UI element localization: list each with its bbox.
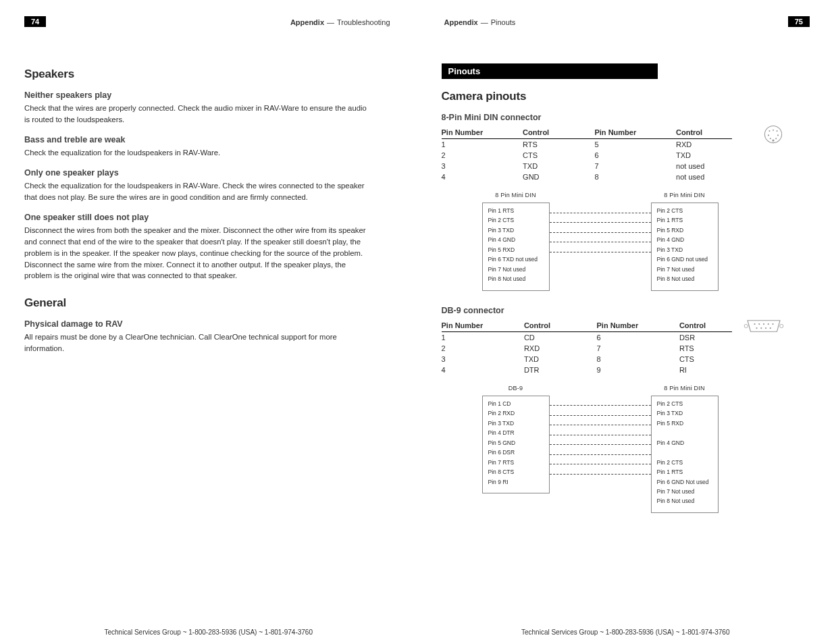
wiring-pin-label: Pin 1 CD — [488, 400, 544, 408]
heading-speakers: Speakers — [24, 68, 393, 81]
wiring-pin-label: Pin 7 Not used — [488, 266, 544, 273]
wiring-title-right: 8 Pin Mini DIN — [651, 192, 719, 198]
svg-point-10 — [758, 323, 760, 325]
page-number-right: 75 — [788, 16, 810, 27]
section-tab-pinouts: Pinouts — [442, 63, 658, 79]
subhead-damage: Physical damage to RAV — [24, 319, 393, 329]
para-damage: All repairs must be done by a ClearOne t… — [24, 331, 369, 354]
wiring-pin-label: Pin 5 GND — [488, 439, 544, 447]
wiring-title-left: DB-9 — [482, 385, 550, 392]
wiring-pin-label: Pin 8 CTS — [488, 468, 544, 476]
svg-point-16 — [765, 327, 766, 329]
svg-point-11 — [763, 323, 764, 325]
running-head-left: Appendix—Troubleshooting — [290, 18, 390, 26]
wiring-pin-label: Pin 7 Not used — [657, 266, 712, 273]
wiring-title-left: 8 Pin Mini DIN — [482, 192, 550, 198]
svg-point-17 — [770, 327, 771, 329]
wiring-pin-label: Pin 6 TXD not used — [488, 256, 544, 263]
page-left: 74 Appendix—Troubleshooting Speakers Nei… — [0, 0, 417, 644]
table-row: 1CD6DSR — [442, 331, 732, 343]
subhead-bass: Bass and treble are weak — [24, 135, 393, 144]
wiring-pin-label: Pin 3 TXD — [657, 410, 712, 417]
wiring-pin-label — [657, 449, 712, 456]
wiring-pin-label: Pin 3 TXD — [488, 420, 544, 427]
wiring-pin-label: Pin 2 CTS — [488, 217, 544, 224]
svg-point-19 — [780, 324, 783, 327]
wiring-pin-label: Pin 3 TXD — [488, 227, 544, 234]
para-onespeaker: Check the equalization for the loudspeak… — [24, 180, 369, 203]
page-number-left: 74 — [24, 16, 46, 27]
wiring-pin-label: Pin 8 Not used — [488, 275, 544, 283]
svg-point-4 — [768, 134, 769, 136]
wiring-pin-label: Pin 7 Not used — [657, 488, 712, 495]
wiring-pin-label: Pin 6 GND Not used — [657, 479, 712, 486]
svg-point-1 — [768, 130, 770, 132]
db9-wiring-diagram: DB-9Pin 1 CDPin 2 RXDPin 3 TXDPin 4 DTRP… — [482, 385, 810, 513]
running-head-right: Appendix—Pinouts — [444, 18, 516, 26]
wiring-pin-label: Pin 3 TXD — [657, 246, 712, 254]
wiring-title-right: 8 Pin Mini DIN — [651, 385, 719, 392]
wiring-pin-label: Pin 5 RXD — [488, 246, 544, 254]
footer-right: Technical Services Group ~ 1-800-283-593… — [417, 628, 835, 636]
svg-point-7 — [775, 138, 777, 139]
heading-general: General — [24, 296, 393, 310]
table-row: 4DTR9RI — [442, 365, 732, 375]
svg-point-12 — [768, 323, 769, 325]
subhead-onespeaker: Only one speaker plays — [24, 168, 393, 178]
svg-point-13 — [772, 323, 773, 325]
wiring-box-left: Pin 1 CDPin 2 RXDPin 3 TXDPin 4 DTRPin 5… — [482, 396, 550, 493]
subhead-stillnot: One speaker still does not play — [24, 213, 393, 222]
db9-icon — [744, 318, 784, 334]
svg-point-5 — [777, 134, 779, 136]
svg-point-9 — [754, 323, 755, 325]
wiring-pin-label — [657, 429, 712, 437]
para-neither: Check that the wires are properly connec… — [24, 103, 369, 126]
wiring-pin-label: Pin 1 RTS — [488, 207, 544, 215]
table-row: 2RXD7RTS — [442, 343, 732, 354]
subhead-db9: DB-9 connector — [442, 306, 810, 315]
wiring-lines — [550, 192, 651, 284]
wiring-box-right: Pin 2 CTSPin 1 RTSPin 5 RXDPin 4 GNDPin … — [651, 203, 719, 291]
wiring-pin-label: Pin 1 RTS — [657, 468, 712, 476]
din-wiring-diagram: 8 Pin Mini DINPin 1 RTSPin 2 CTSPin 3 TX… — [482, 192, 810, 291]
content-left: Speakers Neither speakers play Check tha… — [24, 63, 393, 357]
subhead-8pin: 8-Pin Mini DIN connector — [442, 113, 810, 122]
wiring-pin-label: Pin 9 RI — [488, 479, 544, 486]
wiring-pin-label: Pin 1 RTS — [657, 217, 712, 224]
table-row: 3TXD8CTS — [442, 354, 732, 365]
wiring-pin-label: Pin 6 GND not used — [657, 256, 712, 263]
wiring-pin-label: Pin 8 Not used — [657, 498, 712, 505]
svg-point-14 — [756, 327, 757, 329]
wiring-pin-label: Pin 4 DTR — [488, 429, 544, 437]
svg-point-3 — [777, 130, 778, 132]
table-row: 3TXD7not used — [442, 161, 732, 171]
wiring-pin-label: Pin 2 CTS — [657, 459, 712, 466]
svg-point-2 — [773, 130, 774, 131]
content-right: Pinouts Camera pinouts 8-Pin Mini DIN co… — [442, 63, 810, 513]
footer-left: Technical Services Group ~ 1-800-283-593… — [0, 628, 417, 636]
wiring-pin-label: Pin 5 RXD — [657, 420, 712, 427]
wiring-lines — [550, 385, 651, 487]
svg-rect-8 — [773, 140, 775, 142]
svg-point-6 — [770, 138, 771, 139]
para-stillnot: Disconnect the wires from both the speak… — [24, 225, 369, 282]
page-right: 75 Appendix—Pinouts Pinouts Camera pinou… — [417, 0, 835, 644]
para-bass: Check the equalization for the loudspeak… — [24, 147, 369, 159]
subhead-neither: Neither speakers play — [24, 90, 393, 100]
din-table: Pin Number Control Pin Number Control 1R… — [442, 126, 732, 182]
wiring-pin-label: Pin 7 RTS — [488, 459, 544, 466]
wiring-pin-label: Pin 2 CTS — [657, 207, 712, 215]
svg-point-18 — [744, 324, 748, 327]
table-row: 4GND8not used — [442, 171, 732, 182]
wiring-pin-label: Pin 2 RXD — [488, 410, 544, 417]
heading-camera-pinouts: Camera pinouts — [442, 90, 810, 103]
table-row: 1RTS5RXD — [442, 139, 732, 151]
wiring-pin-label: Pin 4 GND — [657, 439, 712, 447]
wiring-pin-label: Pin 8 Not used — [657, 275, 712, 283]
mini-din-icon — [764, 125, 783, 144]
wiring-box-left: Pin 1 RTSPin 2 CTSPin 3 TXDPin 4 GNDPin … — [482, 203, 550, 291]
wiring-pin-label: Pin 4 GND — [488, 236, 544, 244]
db9-table: Pin Number Control Pin Number Control 1C… — [442, 319, 732, 375]
wiring-box-right: Pin 2 CTSPin 3 TXDPin 5 RXD Pin 4 GND Pi… — [651, 396, 719, 513]
svg-point-15 — [760, 327, 762, 329]
